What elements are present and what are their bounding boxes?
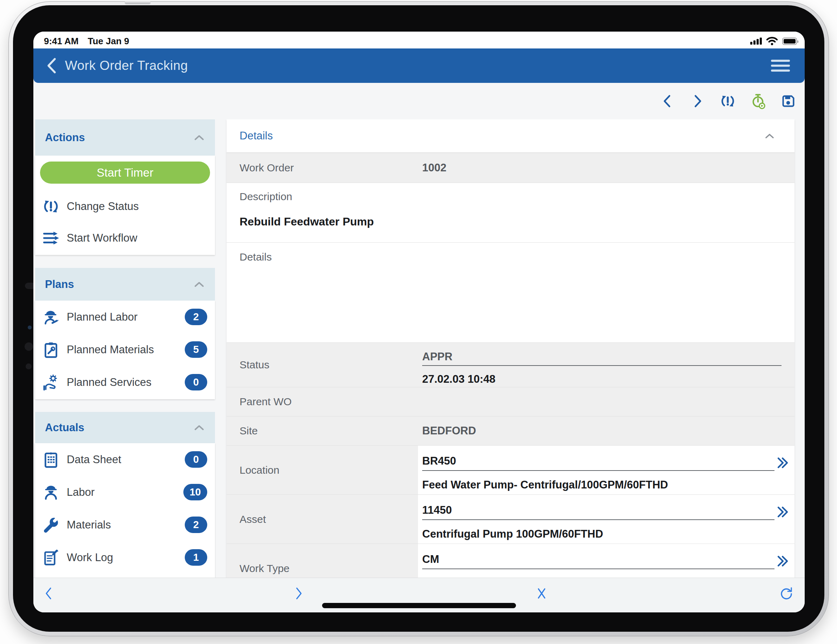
field-details[interactable]: Details xyxy=(226,242,794,342)
status-cycle-icon xyxy=(42,198,60,215)
section-title: Actions xyxy=(45,131,85,144)
section-header-actions[interactable]: Actions xyxy=(35,120,215,156)
app-header: Work Order Tracking xyxy=(33,48,805,83)
details-panel: Details Work Order 1002 Description Rebu… xyxy=(226,120,794,578)
change-status-action[interactable]: Change Status xyxy=(35,191,215,222)
count-badge: 2 xyxy=(185,309,207,325)
field-label: Parent WO xyxy=(240,396,292,408)
start-workflow-action[interactable]: Start Workflow xyxy=(35,222,215,254)
sidebar-item-labor[interactable]: Labor 10 xyxy=(35,476,215,508)
sidebar-item-label: Planned Materials xyxy=(67,343,154,356)
field-label: Work Type xyxy=(240,562,289,575)
battery-icon xyxy=(782,38,797,45)
field-location[interactable]: Location BR450 Feed Water Pump- Centrifu… xyxy=(226,445,794,495)
chevron-up-icon xyxy=(764,133,775,139)
app-screen: 9:41 AM Tue Jan 9 xyxy=(33,31,805,613)
drilldown-icon[interactable] xyxy=(775,456,789,470)
count-badge: 10 xyxy=(183,484,207,500)
document-pencil-icon xyxy=(42,549,60,566)
change-status-icon[interactable] xyxy=(720,93,736,109)
sidebar-item-materials[interactable]: Materials 2 xyxy=(35,508,215,541)
field-value: Rebuild Feedwater Pump xyxy=(240,215,374,228)
sidebar: Actions Start Timer xyxy=(35,120,215,578)
field-underline xyxy=(422,519,775,520)
field-value: BEDFORD xyxy=(422,424,476,437)
back-icon[interactable] xyxy=(44,57,61,75)
panel-title: Details xyxy=(240,129,273,142)
previous-record-button[interactable] xyxy=(659,93,675,109)
field-label: Work Order xyxy=(240,162,294,174)
sidebar-item-planned-services[interactable]: Planned Services 0 xyxy=(35,366,215,398)
sidebar-item-planned-labor[interactable]: Planned Labor 2 xyxy=(35,301,215,333)
count-badge: 5 xyxy=(185,341,207,358)
field-value: BR450 xyxy=(422,455,456,467)
clock-text: 9:41 AM xyxy=(44,36,79,47)
field-underline xyxy=(422,470,775,471)
field-label: Site xyxy=(240,425,258,437)
field-work-type[interactable]: Work Type CM xyxy=(226,544,794,578)
drilldown-icon[interactable] xyxy=(775,505,789,519)
chevron-up-icon xyxy=(194,134,204,141)
section-header-actuals[interactable]: Actuals xyxy=(35,412,215,443)
count-badge: 2 xyxy=(185,516,207,533)
field-work-order: Work Order 1002 xyxy=(226,153,794,183)
count-badge: 0 xyxy=(185,374,207,390)
field-value: CM xyxy=(422,553,439,566)
details-panel-header[interactable]: Details xyxy=(226,120,794,153)
worker-icon xyxy=(42,483,60,501)
wifi-icon xyxy=(766,36,778,46)
field-value: 11450 xyxy=(422,504,452,516)
field-label: Status xyxy=(240,359,269,371)
worker-pencil-icon xyxy=(42,308,60,326)
data-grid-icon xyxy=(42,451,60,469)
home-indicator[interactable] xyxy=(322,603,516,608)
record-toolbar xyxy=(33,83,805,120)
sidebar-item-label: Data Sheet xyxy=(67,453,121,466)
status-bar-left: 9:41 AM Tue Jan 9 xyxy=(44,34,129,47)
field-underline xyxy=(422,569,775,569)
drilldown-icon[interactable] xyxy=(775,554,789,569)
camera-glint xyxy=(28,326,31,329)
sidebar-item-label: Labor xyxy=(67,486,95,499)
section-title: Plans xyxy=(45,278,74,291)
field-parent-wo[interactable]: Parent WO xyxy=(226,387,794,416)
ios-status-bar: 9:41 AM Tue Jan 9 xyxy=(33,31,805,48)
next-record-button[interactable] xyxy=(689,93,706,109)
field-description-value: Centrifugal Pump 100GPM/60FTHD xyxy=(422,528,603,541)
field-status[interactable]: Status APPR 27.02.03 10:48 xyxy=(226,342,794,387)
actions-card: Start Timer Change xyxy=(35,156,215,255)
page-title: Work Order Tracking xyxy=(65,58,188,73)
clipboard-wrench-icon xyxy=(42,341,60,359)
sidebar-item-label: Materials xyxy=(67,519,111,531)
field-value: 1002 xyxy=(422,162,446,174)
workflow-arrows-icon xyxy=(42,229,60,247)
field-label: Details xyxy=(240,251,272,263)
sidebar-item-label: Work Log xyxy=(67,551,113,564)
count-badge: 0 xyxy=(185,451,207,468)
actuals-card: Data Sheet 0 Labor xyxy=(35,443,215,578)
chevron-up-icon xyxy=(194,424,204,431)
field-asset[interactable]: Asset 11450 Centrifugal Pump 100GPM/60FT… xyxy=(226,495,794,544)
start-timer-button[interactable]: Start Timer xyxy=(40,162,210,184)
sidebar-item-work-log[interactable]: Work Log 1 xyxy=(35,541,215,574)
hamburger-menu-icon[interactable] xyxy=(771,59,790,73)
count-badge: 1 xyxy=(185,549,207,566)
nav-back-icon[interactable] xyxy=(41,586,57,601)
section-header-plans[interactable]: Plans xyxy=(35,268,215,301)
nav-forward-icon[interactable] xyxy=(291,586,306,601)
start-timer-icon[interactable] xyxy=(750,93,766,109)
save-icon[interactable] xyxy=(780,93,796,109)
status-bar-right xyxy=(750,34,797,46)
refresh-icon[interactable] xyxy=(779,586,794,601)
action-label: Start Workflow xyxy=(67,232,137,244)
status-date-value: 27.02.03 10:48 xyxy=(422,373,496,385)
field-label: Location xyxy=(240,464,279,476)
front-camera xyxy=(25,342,33,351)
action-label: Change Status xyxy=(67,200,139,213)
field-description[interactable]: Description Rebuild Feedwater Pump xyxy=(226,183,794,242)
field-label: Description xyxy=(240,191,292,203)
sidebar-item-planned-materials[interactable]: Planned Materials 5 xyxy=(35,333,215,366)
close-x-icon[interactable] xyxy=(534,586,549,601)
sidebar-item-label: Planned Labor xyxy=(67,311,138,323)
sidebar-item-data-sheet[interactable]: Data Sheet 0 xyxy=(35,443,215,476)
